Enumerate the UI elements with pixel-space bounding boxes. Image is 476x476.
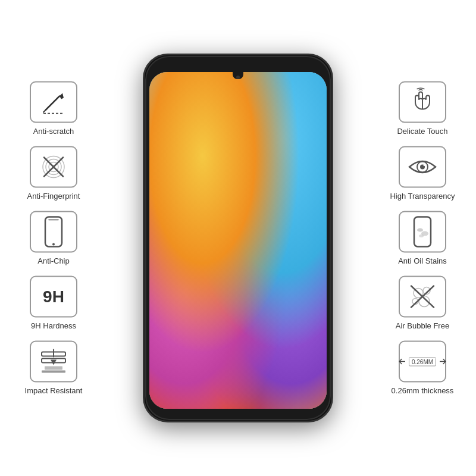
anti-scratch-icon-box <box>30 82 77 123</box>
thickness-value-text: 0.26MM <box>409 357 436 366</box>
feature-anti-chip: Anti-Chip <box>30 211 77 265</box>
svg-point-21 <box>424 164 425 166</box>
delicate-touch-icon-box <box>399 82 446 123</box>
air-bubble-free-label: Air Bubble Free <box>396 321 449 330</box>
feature-9h-hardness: 9H 9H Hardness <box>30 276 77 330</box>
9h-icon-box: 9H <box>30 276 77 318</box>
left-features-column: Anti-scratch Anti-Fingerprint <box>6 82 101 395</box>
svg-rect-17 <box>45 367 62 370</box>
svg-marker-1 <box>60 93 64 99</box>
impact-resistant-icon <box>37 349 70 375</box>
delicate-touch-icon <box>407 87 438 118</box>
air-bubble-icon-box <box>399 276 446 318</box>
anti-fingerprint-icon <box>38 152 69 183</box>
anti-chip-label: Anti-Chip <box>37 256 69 265</box>
svg-rect-10 <box>45 217 62 247</box>
screen-wallpaper <box>149 72 327 409</box>
feature-air-bubble-free: Air Bubble Free <box>396 276 449 330</box>
feature-high-transparency: High Transparency <box>390 146 455 201</box>
anti-chip-icon-box <box>30 211 77 253</box>
thickness-icon-box: 0.26MM <box>399 341 446 383</box>
svg-point-12 <box>52 243 55 246</box>
high-transparency-label: High Transparency <box>390 192 455 201</box>
arrow-right-icon <box>439 358 447 365</box>
svg-point-25 <box>419 234 424 237</box>
air-bubble-free-icon <box>406 281 439 312</box>
high-transparency-icon <box>406 155 439 180</box>
svg-point-23 <box>417 228 423 232</box>
9h-text: 9H <box>43 289 64 305</box>
feature-thickness: 0.26MM 0.26mm thickness <box>392 341 454 395</box>
svg-rect-22 <box>414 217 431 247</box>
arrow-left-icon <box>398 358 406 365</box>
impact-icon-box <box>30 341 77 383</box>
anti-chip-icon <box>40 216 67 248</box>
feature-anti-scratch: Anti-scratch <box>30 82 77 136</box>
svg-line-0 <box>46 96 60 110</box>
phone-mockup <box>143 54 333 422</box>
high-transparency-icon-box <box>399 146 446 188</box>
anti-scratch-icon <box>39 87 68 117</box>
anti-oil-stains-icon <box>409 216 436 248</box>
main-container: Anti-scratch Anti-Fingerprint <box>0 0 476 476</box>
9h-hardness-label: 9H Hardness <box>31 321 76 330</box>
thickness-label: 0.26mm thickness <box>392 386 454 395</box>
phone-body <box>143 54 333 422</box>
right-features-column: Delicate Touch High Transparency <box>375 82 470 395</box>
anti-oil-stains-label: Anti Oil Stains <box>398 256 447 265</box>
thickness-visual: 0.26MM <box>398 357 447 366</box>
svg-rect-18 <box>42 371 65 373</box>
camera-dot <box>236 76 240 79</box>
feature-impact-resistant: Impact Resistant <box>25 341 83 395</box>
anti-fingerprint-icon-box <box>30 146 77 188</box>
feature-anti-fingerprint: Anti-Fingerprint <box>27 146 80 201</box>
thickness-arrows: 0.26MM <box>398 357 447 366</box>
svg-line-2 <box>43 110 46 112</box>
anti-scratch-label: Anti-scratch <box>33 127 74 136</box>
anti-oil-icon-box <box>399 211 446 253</box>
feature-delicate-touch: Delicate Touch <box>397 82 447 136</box>
feature-anti-oil-stains: Anti Oil Stains <box>398 211 447 265</box>
delicate-touch-label: Delicate Touch <box>397 127 447 136</box>
impact-resistant-label: Impact Resistant <box>25 386 83 395</box>
anti-fingerprint-label: Anti-Fingerprint <box>27 192 80 201</box>
phone-screen <box>149 72 327 409</box>
